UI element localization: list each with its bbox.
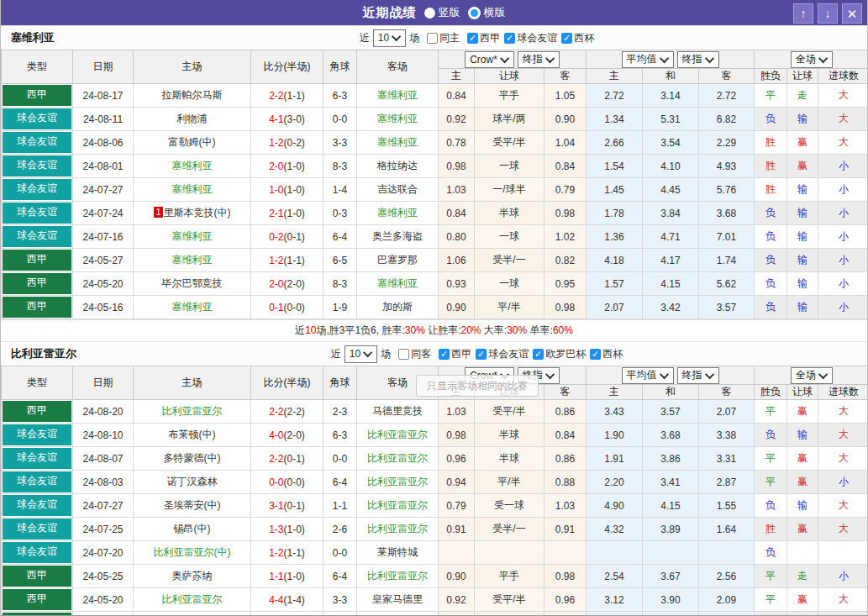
team-name-text: 塞维利亚 <box>172 183 213 195</box>
checkbox-icon[interactable]: ✓ <box>504 33 515 44</box>
cell-odds-home: 0.78 <box>439 131 475 155</box>
league-filter-checkbox[interactable]: ✓欧罗巴杯 <box>533 347 586 361</box>
checkbox-icon[interactable] <box>427 33 438 44</box>
chevron-down-icon <box>500 53 509 62</box>
fulltime-score: 1-3 <box>269 524 283 535</box>
cell-odds-away: 0.98 <box>544 202 587 225</box>
checkbox-icon[interactable]: ✓ <box>533 349 544 360</box>
team-name: 比利亚雷亚尔 <box>1 346 187 361</box>
match-row: 球会友谊24-07-16塞维利亚0-2(0-1)6-4奥兰多海盗0.80一球1.… <box>2 225 868 249</box>
games-label: 场 <box>381 347 391 361</box>
league-filter-checkbox[interactable]: ✓西杯 <box>590 347 623 361</box>
league-filter-label[interactable]: 西杯 <box>574 31 594 45</box>
cell-corners: 6-3 <box>324 84 357 108</box>
league-filter-checkbox[interactable]: ✓西杯 <box>561 31 594 45</box>
filter-bar: 近 10 场 同主 ✓西甲✓球会友谊✓西杯 <box>187 29 766 47</box>
checkbox-icon[interactable]: ✓ <box>590 349 601 360</box>
recent-count-select[interactable]: 10 <box>373 29 406 47</box>
cell-odds-home: 0.84 <box>439 84 475 108</box>
col-header-goals: 进球数 <box>818 385 868 400</box>
fulltime-score: 2-2 <box>269 90 283 102</box>
fulltime-score: 2-0 <box>269 278 283 290</box>
cell-away: 比利亚雷亚尔 <box>357 518 439 541</box>
fulltime-score: 0-1 <box>269 302 283 313</box>
cell-avg-home: 1.45 <box>587 178 643 202</box>
cell-score: 2-0(1-0) <box>251 155 324 178</box>
same-venue-checkbox[interactable]: 同客 <box>398 347 431 361</box>
scroll-down-button[interactable]: ↓ <box>818 3 838 24</box>
league-filter-label[interactable]: 西杯 <box>602 347 623 361</box>
avg-time-select[interactable]: 终指 <box>677 51 719 68</box>
cell-handicap-result: 输 <box>787 225 818 249</box>
cell-score: 2-1(1-0) <box>251 202 324 225</box>
cell-away: 塞维利亚 <box>357 131 439 155</box>
league-filter-label[interactable]: 球会友谊 <box>488 347 529 361</box>
odds-company-select[interactable]: Crow* <box>465 51 514 68</box>
checkbox-icon[interactable]: ✓ <box>467 33 478 44</box>
cell-goals-result: 小 <box>818 296 868 319</box>
avg-select[interactable]: 平均值 <box>622 51 674 68</box>
cell-avg-away: 4.93 <box>699 155 755 178</box>
scope-select[interactable]: 全场 <box>791 367 833 384</box>
radio-selected-icon[interactable] <box>424 8 435 18</box>
avg-select[interactable]: 平均值 <box>622 367 674 384</box>
radio-vertical-layout[interactable]: 竖版 <box>424 5 460 20</box>
cell-avg-home: 2.72 <box>587 84 643 108</box>
league-filter-label[interactable]: 欧罗巴杯 <box>545 347 586 361</box>
cell-score: 2-2(2-2) <box>251 400 324 424</box>
cell-handicap: 平/半 <box>475 471 544 494</box>
cell-home: 赫罗纳 <box>134 612 251 616</box>
col-header-corners: 角球 <box>324 50 357 84</box>
checkbox-icon[interactable]: ✓ <box>476 349 487 360</box>
avg-time-select[interactable]: 终指 <box>677 367 719 384</box>
cell-avg-draw: 4.15 <box>643 494 699 518</box>
team-name-text: 比利亚雷亚尔(中) <box>154 546 231 558</box>
cell-handicap-result: 走 <box>787 84 818 108</box>
radio-unselected-icon[interactable] <box>468 7 481 19</box>
cell-odds-away: 0.88 <box>544 471 587 494</box>
cell-goals-result: 小 <box>818 565 868 588</box>
league-filter-label[interactable]: 球会友谊 <box>517 31 557 45</box>
odds-time-select[interactable]: 终指 <box>518 51 560 68</box>
checkbox-icon[interactable] <box>398 349 409 360</box>
cell-avg-away: 7.01 <box>699 225 755 249</box>
league-filter-checkbox[interactable]: ✓西甲 <box>467 31 500 45</box>
radio-vertical-label[interactable]: 竖版 <box>439 5 460 20</box>
checkbox-icon[interactable]: ✓ <box>561 33 572 44</box>
same-venue-checkbox[interactable]: 同主 <box>427 31 460 45</box>
halftime-score: (0-0) <box>284 476 305 488</box>
halftime-score: (1-0) <box>284 208 305 219</box>
cell-goals-result: 大 <box>818 108 868 131</box>
cell-type: 球会友谊 <box>2 471 73 494</box>
halftime-score: (1-1) <box>284 547 305 559</box>
summary-text: 场,胜3平1负6, 胜率: <box>316 324 404 336</box>
cell-away: 格拉纳达 <box>357 155 439 178</box>
scroll-up-button[interactable]: ↑ <box>793 3 813 24</box>
match-row: 球会友谊24-08-07多特蒙德(中)2-2(0-1)0-0比利亚雷亚尔0.96… <box>2 447 868 471</box>
cell-corners: 6-4 <box>324 225 357 249</box>
league-filter-label[interactable]: 西甲 <box>480 31 500 45</box>
team-name-text: 里斯本竞技(中) <box>164 207 231 218</box>
cell-handicap: 受平/半 <box>475 131 544 155</box>
scope-select[interactable]: 全场 <box>791 51 833 68</box>
cell-type: 球会友谊 <box>2 202 73 225</box>
league-filter-label[interactable]: 西甲 <box>451 347 471 361</box>
chevron-down-icon <box>659 369 668 378</box>
cell-goals-result: 大 <box>818 518 868 541</box>
col-header-handicap-result: 让球 <box>787 385 818 400</box>
recent-count-select[interactable]: 10 <box>345 345 377 363</box>
radio-horizontal-layout[interactable]: 横版 <box>468 5 506 20</box>
checkbox-icon[interactable]: ✓ <box>439 349 450 360</box>
halftime-score: (0-1) <box>284 500 305 512</box>
team-name-text: 莱斯特城 <box>377 546 418 558</box>
league-filter-checkbox[interactable]: ✓球会友谊 <box>476 347 529 361</box>
cell-result: 负 <box>755 541 787 565</box>
league-filter-checkbox[interactable]: ✓球会友谊 <box>504 31 557 45</box>
cell-avg-home: 1.34 <box>587 108 643 131</box>
radio-horizontal-label[interactable]: 横版 <box>484 5 506 20</box>
halftime-score: (3-0) <box>284 113 305 125</box>
cell-home: 比利亚雷亚尔 <box>134 400 251 424</box>
league-filter-checkbox[interactable]: ✓西甲 <box>439 347 471 361</box>
team-name-text: 比利亚雷亚尔 <box>367 499 428 511</box>
close-button[interactable]: ✕ <box>842 3 862 24</box>
